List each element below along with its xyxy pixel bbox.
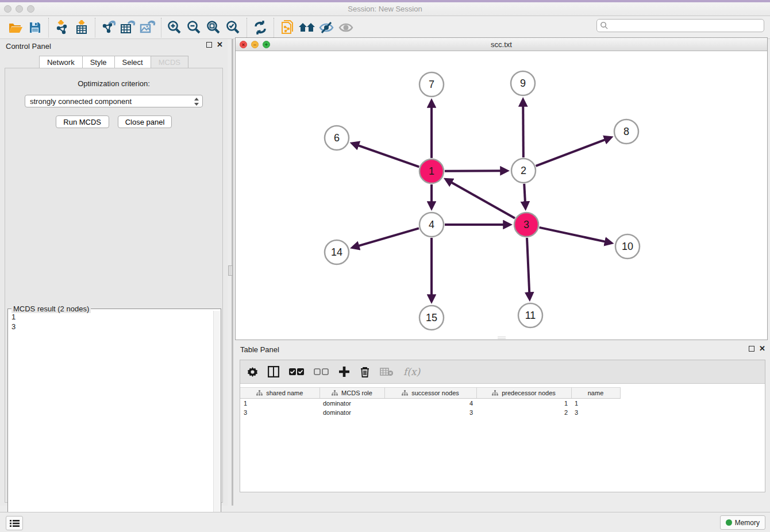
table-cell[interactable]: 3 [571, 408, 620, 417]
node-label-8: 8 [623, 126, 629, 137]
split-panel-icon[interactable] [268, 366, 279, 377]
edge-3-10[interactable] [539, 228, 611, 243]
close-panel-icon[interactable]: ✕ [217, 42, 223, 48]
import-table-from-file-icon[interactable] [72, 18, 91, 37]
zoom-out-icon[interactable] [184, 18, 204, 37]
table-cell[interactable]: 2 [476, 408, 571, 417]
float-panel-icon[interactable] [206, 42, 212, 48]
horizontal-splitter-grip[interactable] [498, 337, 506, 339]
network-window-titlebar: scc.txt × − + [236, 38, 767, 51]
edge-1-2[interactable] [445, 171, 507, 171]
memory-label: Memory [735, 519, 760, 527]
select-stepper-icon [194, 97, 199, 108]
search-input[interactable] [596, 19, 764, 32]
column-header-successor-nodes[interactable]: successor nodes [384, 388, 476, 399]
node-label-14: 14 [331, 246, 342, 258]
column-header-shared-name[interactable]: shared name [240, 388, 319, 399]
node-label-1: 1 [429, 165, 434, 177]
zoom-fit-icon[interactable] [204, 18, 224, 37]
export-image-icon[interactable] [138, 18, 157, 37]
function-builder-icon[interactable]: f(x) [403, 366, 420, 377]
optimization-criterion-select[interactable]: strongly connected component [25, 95, 203, 107]
toolbar-separator [161, 18, 161, 37]
table-row[interactable]: 3dominator323 [240, 408, 620, 417]
zoom-selected-icon[interactable] [224, 18, 243, 37]
search-icon [600, 21, 609, 30]
export-network-icon[interactable] [99, 18, 118, 37]
mcds-panel: Optimization criterion: strongly connect… [5, 68, 223, 503]
node-11[interactable]: 11 [518, 303, 542, 327]
delete-table-icon[interactable] [380, 367, 394, 376]
node-8[interactable]: 8 [614, 119, 638, 144]
control-panel-tabs: NetworkStyleSelectMCDS [0, 56, 228, 69]
edge-3-1[interactable] [446, 179, 515, 218]
table-cell[interactable]: dominator [319, 408, 384, 417]
clone-network-icon[interactable] [278, 18, 297, 37]
control-panel: Control Panel ✕ NetworkStyleSelectMCDS O… [0, 39, 228, 506]
close-panel-button[interactable]: Close panel [118, 115, 172, 128]
mcds-result-text[interactable]: 1 3 [9, 311, 213, 523]
memory-status-icon [726, 519, 732, 526]
status-bar: Memory [0, 512, 770, 532]
node-10[interactable]: 10 [615, 234, 640, 259]
table-cell[interactable]: dominator [319, 399, 384, 408]
network-window-title: scc.txt [236, 40, 767, 49]
table-cell[interactable]: 4 [384, 399, 476, 408]
optimization-criterion-value: strongly connected component [30, 97, 132, 106]
column-header-MCDS-role[interactable]: MCDS role [319, 388, 384, 399]
edge-2-9[interactable] [523, 100, 523, 157]
optimization-criterion-label: Optimization criterion: [5, 79, 222, 88]
node-6[interactable]: 6 [325, 126, 349, 150]
control-tab-network[interactable]: Network [39, 56, 83, 69]
export-table-icon[interactable] [118, 18, 138, 37]
delete-column-trash-icon[interactable] [360, 366, 370, 377]
float-table-panel-icon[interactable] [749, 346, 754, 352]
zoom-in-icon[interactable] [165, 18, 184, 37]
node-2[interactable]: 2 [511, 159, 536, 183]
memory-button[interactable]: Memory [720, 515, 765, 530]
table-cell[interactable]: 3 [384, 408, 476, 417]
close-table-panel-icon[interactable]: ✕ [759, 346, 765, 352]
table-cell[interactable]: 1 [571, 399, 620, 408]
column-header-predecessor-nodes[interactable]: predecessor nodes [476, 388, 571, 399]
task-history-button[interactable] [6, 516, 23, 530]
table-row[interactable]: 1dominator411 [240, 399, 620, 408]
control-tab-style[interactable]: Style [83, 56, 115, 69]
deselect-all-checkboxes-icon[interactable] [314, 368, 329, 376]
table-cell[interactable]: 1 [476, 399, 571, 408]
apply-layout-icon[interactable] [251, 18, 270, 37]
edge-3-11[interactable] [527, 238, 530, 299]
control-tab-select[interactable]: Select [115, 56, 151, 69]
node-7[interactable]: 7 [419, 72, 444, 97]
first-neighbors-icon[interactable] [297, 18, 317, 37]
node-label-2: 2 [521, 165, 526, 176]
node-14[interactable]: 14 [325, 240, 349, 264]
vertical-splitter-grip[interactable] [228, 265, 233, 276]
save-session-icon[interactable] [25, 18, 45, 37]
table-cell[interactable]: 1 [240, 399, 319, 408]
column-settings-gear-icon[interactable] [247, 367, 258, 377]
show-all-icon[interactable] [336, 18, 356, 37]
node-4[interactable]: 4 [419, 213, 444, 237]
node-1[interactable]: 1 [419, 159, 444, 183]
node-table-container: f(x) shared nameMCDS rolesuccessor nodes… [240, 360, 765, 492]
hide-selected-icon[interactable] [317, 18, 336, 37]
run-mcds-button[interactable]: Run MCDS [56, 115, 109, 128]
table-panel: Table Panel ✕ [235, 343, 770, 510]
add-column-icon[interactable] [338, 366, 350, 377]
control-tab-mcds[interactable]: MCDS [151, 56, 188, 69]
edge-2-3[interactable] [524, 184, 525, 208]
select-all-checkboxes-icon[interactable] [289, 368, 304, 376]
edge-2-8[interactable] [536, 137, 611, 166]
network-canvas[interactable]: 7968124314101511 [236, 51, 767, 340]
mcds-result-scrollbar[interactable] [213, 311, 220, 523]
edge-4-14[interactable] [353, 228, 419, 247]
table-cell[interactable]: 3 [240, 408, 319, 417]
edge-1-6[interactable] [352, 144, 419, 167]
column-header-name[interactable]: name [571, 388, 620, 399]
node-3[interactable]: 3 [514, 213, 538, 237]
import-network-from-file-icon[interactable] [52, 18, 72, 37]
open-session-icon[interactable] [6, 18, 25, 37]
node-9[interactable]: 9 [511, 71, 535, 95]
node-15[interactable]: 15 [419, 306, 444, 330]
